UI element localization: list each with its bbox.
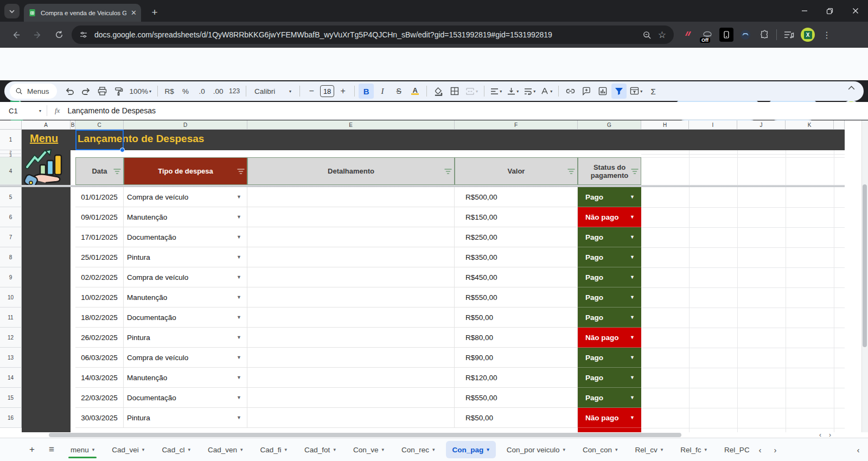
fill-color-button[interactable] (431, 84, 446, 99)
create-filter-button[interactable] (611, 84, 627, 99)
status-dropdown-icon[interactable]: ▼ (630, 294, 635, 300)
cell-detalhamento-row10[interactable] (247, 287, 455, 308)
horizontal-align-button[interactable]: ▾ (488, 84, 504, 99)
increase-font-size-button[interactable]: + (335, 84, 350, 99)
tab-scroll-left[interactable]: ‹ (752, 442, 768, 457)
cell-detalhamento-row9[interactable] (247, 267, 455, 287)
status-dropdown-icon[interactable]: ▼ (630, 274, 635, 280)
status-dropdown-icon[interactable]: ▼ (630, 194, 635, 200)
tab-scroll-right[interactable]: › (768, 442, 783, 457)
cell-data-row16[interactable]: 30/03/2025 (75, 408, 124, 428)
merge-cells-button[interactable]: ▾ (463, 84, 480, 99)
cell-data-row13[interactable]: 06/03/2025 (75, 348, 124, 368)
tipo-dropdown-icon[interactable]: ▼ (237, 274, 241, 280)
cell-valor-row15[interactable]: R$550,00 (455, 388, 578, 408)
horizontal-scrollbar-thumb[interactable] (49, 433, 681, 437)
cell-data-row12[interactable]: 26/02/2025 (75, 328, 124, 348)
zoom-page-icon[interactable] (642, 30, 652, 40)
cell-valor-row13[interactable]: R$90,00 (455, 348, 578, 368)
row-header-9[interactable]: 9 (0, 267, 22, 287)
status-dropdown-icon[interactable]: ▼ (630, 254, 635, 260)
add-sheet-button[interactable]: + (24, 441, 40, 458)
tipo-dropdown-icon[interactable]: ▼ (237, 254, 241, 260)
formula-input[interactable]: Lançamento de Despesas (67, 106, 156, 115)
restore-button[interactable] (817, 0, 843, 22)
cell-data-row10[interactable]: 10/02/2025 (75, 287, 124, 308)
column-header-J[interactable]: J (737, 120, 786, 130)
cell-valor-row9[interactable]: R$450,00 (455, 267, 578, 287)
more-formats-button[interactable]: 123 (227, 84, 242, 99)
cell-tipo-row14[interactable]: Manutenção▼ (124, 368, 247, 388)
sheet-tab-rel_cv[interactable]: Rel_cv▾ (629, 441, 670, 458)
zoom-select[interactable]: 100%▾ (127, 84, 154, 99)
tipo-dropdown-icon[interactable]: ▼ (237, 335, 241, 340)
sheet-tab-menu[interactable]: menu▾ (64, 441, 101, 458)
browser-tab[interactable]: Compra e venda de Veiculos Go ✕ (24, 4, 141, 22)
cell-tipo-row12[interactable]: Pintura▼ (124, 328, 247, 348)
strikethrough-button[interactable]: S (391, 84, 406, 99)
decrease-font-size-button[interactable]: − (304, 84, 319, 99)
selection-handle[interactable] (120, 148, 125, 152)
reload-button[interactable] (50, 25, 68, 44)
status-dropdown-icon[interactable]: ▼ (630, 375, 635, 380)
cell-status-row11[interactable]: Pago▼ (578, 308, 641, 328)
font-select[interactable]: Calibri▾ (250, 84, 296, 99)
functions-button[interactable]: Σ (646, 84, 661, 99)
sheet-tab-rel_fc[interactable]: Rel_fc▾ (674, 441, 713, 458)
cell-tipo-row16[interactable]: Pintura▼ (124, 408, 247, 428)
status-dropdown-icon[interactable]: ▼ (630, 335, 635, 340)
sheet-tab-menu-icon[interactable]: ▾ (432, 447, 435, 452)
tipo-dropdown-icon[interactable]: ▼ (237, 395, 241, 400)
cell-valor-row7[interactable]: R$250,00 (455, 227, 578, 247)
status-dropdown-icon[interactable]: ▼ (630, 415, 635, 420)
forward-button[interactable] (28, 25, 47, 44)
vertical-align-button[interactable]: ▾ (505, 84, 521, 99)
row-header-13[interactable]: 13 (0, 348, 22, 368)
tipo-dropdown-icon[interactable]: ▼ (237, 315, 241, 320)
insert-chart-button[interactable] (595, 84, 610, 99)
cell-status-row6[interactable]: Não pago▼ (578, 207, 641, 227)
text-wrap-button[interactable]: ▾ (522, 84, 538, 99)
extension-phone-icon[interactable] (719, 28, 733, 42)
cell-valor-row11[interactable]: R$50,00 (455, 308, 578, 328)
tipo-dropdown-icon[interactable]: ▼ (237, 234, 241, 240)
tipo-dropdown-icon[interactable]: ▼ (237, 214, 241, 220)
tipo-dropdown-icon[interactable]: ▼ (237, 375, 241, 380)
cell-detalhamento-row16[interactable] (247, 408, 455, 428)
cell-tipo-row13[interactable]: Compra de veículo▼ (124, 348, 247, 368)
filter-views-button[interactable]: ▾ (628, 84, 644, 99)
column-header-F[interactable]: F (455, 120, 578, 130)
cell-detalhamento-row8[interactable] (247, 247, 455, 267)
borders-button[interactable] (447, 84, 462, 99)
cell-status-row12[interactable]: Não pago▼ (578, 328, 641, 348)
cell-tipo-row11[interactable]: Documentação▼ (124, 308, 247, 328)
row-header-1[interactable]: 1 (0, 130, 22, 150)
cell-tipo-row10[interactable]: Manutenção▼ (124, 287, 247, 308)
row-header-16[interactable]: 16 (0, 408, 22, 428)
row-header-8[interactable]: 8 (0, 247, 22, 267)
column-header-K[interactable]: K (786, 120, 834, 130)
cell-detalhamento-row11[interactable] (247, 308, 455, 328)
status-dropdown-icon[interactable]: ▼ (630, 355, 635, 360)
cell-detalhamento-row13[interactable] (247, 348, 455, 368)
new-tab-button[interactable]: + (148, 5, 162, 20)
insert-comment-button[interactable] (579, 84, 594, 99)
status-dropdown-icon[interactable]: ▼ (630, 315, 635, 320)
cell-tipo-row9[interactable]: Compra de veículo▼ (124, 267, 247, 287)
format-currency-button[interactable]: R$ (162, 84, 177, 99)
browser-profile-avatar[interactable]: X (801, 28, 815, 42)
cell-detalhamento-row6[interactable] (247, 207, 455, 227)
status-dropdown-icon[interactable]: ▼ (630, 234, 635, 240)
menus-search-button[interactable]: Menus (10, 84, 57, 99)
sheet-tab-cad_cl[interactable]: Cad_cl▾ (155, 441, 197, 458)
sheet-tab-con_por-veiculo[interactable]: Con_por veiculo▾ (500, 441, 572, 458)
close-window-button[interactable] (843, 0, 868, 22)
cell-data-row7[interactable]: 17/01/2025 (75, 227, 124, 247)
sheet-tab-menu-icon[interactable]: ▾ (615, 447, 618, 452)
cell-detalhamento-row12[interactable] (247, 328, 455, 348)
sheet-tab-con_ve[interactable]: Con_ve▾ (347, 441, 391, 458)
status-dropdown-icon[interactable]: ▼ (630, 214, 635, 220)
frozen-rows-divider[interactable] (0, 185, 845, 187)
cell-status-row5[interactable]: Pago▼ (578, 187, 641, 207)
sheet-tab-menu-icon[interactable]: ▾ (563, 447, 565, 452)
